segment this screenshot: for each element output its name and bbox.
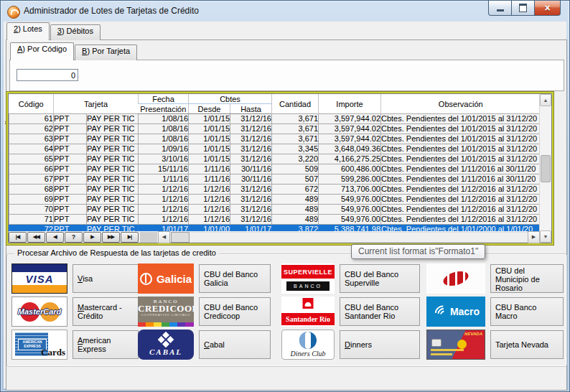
cell-desde: 1/12/16 [189, 185, 230, 195]
diners-process-button[interactable]: Dinners [340, 330, 420, 359]
cell-tipo: PPT [54, 144, 87, 154]
nav-prior-button[interactable]: ◀ [46, 232, 64, 243]
cabal-diamond-icon [158, 331, 174, 347]
cell-hasta: 31/12/16 [230, 185, 272, 195]
table-row[interactable]: 64PPTPAY PER TIC1/09/161/01/1531/12/163,… [9, 144, 541, 154]
cell-obs: Cbtes. Pendientes del 1/01/2015 al 31/12… [381, 124, 541, 134]
table-row[interactable]: 62PPTPAY PER TIC1/08/161/01/1531/12/163,… [9, 124, 541, 134]
code-input[interactable] [17, 69, 78, 81]
table-row[interactable]: 72PPTPAY PER TIC1/01/171/01/001/01/173,8… [9, 225, 541, 232]
cell-cantidad: 3,345 [272, 144, 319, 154]
cell-cantidad: 489 [272, 205, 319, 215]
macro-cbu-button[interactable]: CBU Banco Macro [490, 297, 564, 326]
table-row[interactable]: 66PPTPAY PER TIC15/11/161/11/1630/11/165… [9, 164, 541, 174]
titlebar[interactable]: Administrador de Lotes de Tarjetas de Cr… [1, 1, 569, 22]
cell-tarjeta: PAY PER TIC [87, 225, 139, 232]
nav-first-button[interactable]: |◀ [9, 232, 27, 243]
cabal-logo: CABAL [138, 330, 194, 360]
tab-por-codigo[interactable]: A) Por Código [10, 42, 74, 60]
col-header-cbtes[interactable]: Cbtes [189, 94, 272, 104]
card-tile-macro: Macro CBU Banco Macro [426, 297, 564, 327]
supervielle-banco-band: BANCO [286, 281, 330, 291]
nav-help-button[interactable]: ? [65, 232, 83, 243]
cell-tipo: PPT [54, 185, 87, 195]
cell-cantidad: 3,671 [272, 114, 319, 124]
card-tile-visa: VISA Visa [11, 263, 139, 294]
cell-fecha: 1/08/16 [139, 134, 189, 144]
supervielle-cbu-button[interactable]: CBU del Banco Superville [340, 264, 420, 293]
amex-process-button[interactable]: American Express [73, 330, 139, 359]
table-row[interactable]: 70PPTPAY PER TIC1/12/161/12/1631/12/1648… [9, 205, 541, 215]
credicoop-cbu-button[interactable]: CBU del Banco Credicoop [199, 297, 271, 326]
col-header-codigo[interactable]: Código [9, 94, 54, 114]
col-header-tarjeta[interactable]: Tarjeta [54, 94, 139, 114]
galicia-cbu-button[interactable]: CBU del Banco Galicia [199, 264, 271, 293]
nav-last-button[interactable]: ▶| [121, 232, 139, 243]
galicia-crest-icon [140, 273, 152, 285]
maximize-button[interactable] [511, 1, 535, 16]
scroll-up-icon[interactable]: ▲ [540, 94, 551, 106]
col-header-presentacion[interactable]: Presentación [139, 104, 189, 114]
table-row[interactable]: 63PPTPAY PER TIC1/08/161/01/1531/12/163,… [9, 134, 541, 144]
vertical-scroll-thumb[interactable] [541, 155, 551, 182]
col-header-observacion[interactable]: Observación [381, 94, 541, 114]
cell-desde: 1/01/00 [189, 225, 230, 232]
minimize-button[interactable] [488, 1, 512, 16]
rosario-cbu-button[interactable]: CBU del Municipio de Rosario [490, 264, 564, 293]
horizontal-scroll-thumb[interactable] [171, 232, 190, 243]
tab-debitos[interactable]: 3) Débitos [50, 24, 101, 40]
santander-rio-logo: Santander Río [281, 297, 335, 327]
supervielle-wordmark: SUPERVIELLE [281, 265, 335, 279]
macro-wordmark: Macro [450, 306, 480, 317]
cell-tipo: PPT [54, 205, 87, 215]
table-row[interactable]: 67PPTPAY PER TIC1/11/161/11/1630/11/1650… [9, 174, 541, 185]
credicoop-logo: BANCO CREDICOOP COOPERATIVO LIMITADO [138, 297, 194, 327]
hscroll-right-icon[interactable]: ▶ [528, 231, 540, 243]
table-row[interactable]: 61PPTPAY PER TIC1/08/161/01/1531/12/163,… [9, 114, 541, 124]
horizontal-scroll-track[interactable] [190, 232, 528, 243]
credicoop-wordmark: CREDICOOP [138, 304, 194, 313]
nav-next-page-button[interactable]: ▶▶ [102, 232, 120, 243]
nav-prior-page-button[interactable]: ◀◀ [27, 232, 45, 243]
tab-lotes[interactable]: 2) Lotes [6, 22, 50, 40]
cell-cantidad: 3,671 [272, 124, 319, 134]
col-header-desde[interactable]: Desde [189, 104, 230, 114]
vertical-scrollbar[interactable]: ▲ ▼ [539, 94, 551, 243]
vertical-scroll-track[interactable] [540, 106, 551, 230]
cell-importe: 3,597,944.02 [319, 114, 381, 124]
cell-codigo: 63 [9, 134, 54, 144]
visa-bottom-band [12, 285, 67, 293]
visa-process-button[interactable]: Visa [73, 264, 139, 293]
hscroll-left-icon[interactable]: ◀ [158, 231, 170, 243]
grid-table-area: Código Tarjeta Fecha Cbtes Cantidad Impo… [9, 94, 540, 231]
col-header-importe[interactable]: Importe [319, 94, 381, 114]
cell-obs: Cbtes. Pendientes del 1/01/2015 al 31/12… [381, 154, 541, 164]
cell-tarjeta: PAY PER TIC [87, 144, 139, 154]
table-row[interactable]: 68PPTPAY PER TIC1/12/161/12/1631/12/1667… [9, 185, 541, 195]
table-row[interactable]: 65PPTPAY PER TIC3/10/161/01/1531/12/163,… [9, 154, 541, 164]
tab-por-tarjeta[interactable]: B) Por Tarjeta [75, 45, 137, 60]
cell-tipo: PPT [54, 134, 87, 144]
santander-cbu-button[interactable]: CBU del Banco Santander Rio [340, 297, 420, 326]
close-button[interactable]: × [534, 1, 561, 16]
cell-importe: 4,166,275.25 [319, 154, 381, 164]
col-header-fecha[interactable]: Fecha [139, 94, 189, 104]
cell-fecha: 1/11/16 [139, 174, 189, 185]
table-row[interactable]: 71PPTPAY PER TIC1/12/161/12/1631/12/1648… [9, 215, 541, 225]
cell-importe: 599,286.00 [319, 174, 381, 185]
mastercard-process-button[interactable]: Mastercard - Crédito [73, 297, 139, 326]
col-header-hasta[interactable]: Hasta [230, 104, 272, 114]
grid-navigator: |◀ ◀◀ ◀ ? ▶ ▶▶ ▶| ◀ ▶ [9, 231, 540, 243]
cell-cantidad: 489 [272, 195, 319, 205]
scroll-down-icon[interactable]: ▼ [540, 230, 551, 243]
visa-logo: VISA [11, 263, 67, 294]
mastercard-logo: MasterCard [11, 297, 67, 327]
cabal-process-button[interactable]: Cabal [199, 330, 271, 359]
amex-cards-text: Cards [41, 347, 65, 358]
santander-flame-icon [303, 298, 314, 309]
table-row[interactable]: 69PPTPAY PER TIC1/12/161/12/1631/12/1648… [9, 195, 541, 205]
col-header-cantidad[interactable]: Cantidad [272, 94, 319, 114]
app-icon [7, 6, 20, 19]
nevada-process-button[interactable]: Tarjeta Nevada [490, 330, 564, 359]
nav-next-button[interactable]: ▶ [83, 232, 101, 243]
